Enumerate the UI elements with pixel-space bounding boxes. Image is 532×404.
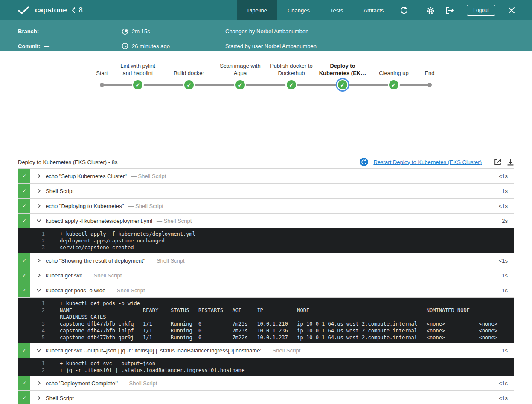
step-success-bar: ✓ <box>18 268 30 283</box>
open-external-icon[interactable] <box>494 158 502 166</box>
step-list: ✓echo "Setup Kubernetes Cluster"— Shell … <box>18 168 514 404</box>
clock-icon <box>122 43 128 49</box>
step-duration: <1s <box>499 173 508 179</box>
commit-value: — <box>44 43 49 49</box>
selected-stage-title: Deploy to Kubernetes (EKS Cluster) - 8s <box>18 159 117 165</box>
logout-button[interactable]: Logout <box>467 5 495 16</box>
node-label: Lint with pylintand hadolint <box>120 61 155 77</box>
run-number: 8 <box>79 6 83 14</box>
header-tabs: PipelineChangesTestsArtifacts <box>237 0 394 20</box>
expand-chevron-icon[interactable] <box>36 395 41 401</box>
download-log-icon[interactable] <box>507 159 514 166</box>
line-text: + kubectl get svc --output=json <box>60 360 510 367</box>
step-label: echo "Showing the result of deployment" <box>46 257 145 264</box>
steps-header: Deploy to Kubernetes (EKS Cluster) - 8s … <box>0 156 532 168</box>
console-output: 1+ kubectl get pods -o wide2NAME READY S… <box>18 298 514 343</box>
step-success-bar: ✓ <box>18 391 30 404</box>
step-success-bar: ✓ <box>18 376 30 390</box>
line-text: service/capstone created <box>60 244 510 251</box>
step-row[interactable]: ✓Shell Script<1s <box>18 391 514 404</box>
line-number: 1 <box>18 360 45 367</box>
step-success-bar: ✓ <box>18 343 30 358</box>
expand-chevron-icon[interactable] <box>36 203 41 208</box>
step-row[interactable]: ✓kubectl apply -f kubernetes/deployment.… <box>18 214 514 228</box>
step-label: kubectl get svc --output=json | jq -r '.… <box>46 347 261 354</box>
top-bar: capstone 8 PipelineChangesTestsArtifacts… <box>0 0 532 20</box>
step-row[interactable]: ✓Shell Script1s <box>18 184 514 199</box>
console-line: 5capstone-dfb477bfb-qpr9j 1/1 Running 0 … <box>18 334 510 341</box>
console-line: 2NAME READY STATUS RESTARTS AGE IP NODE … <box>18 307 510 320</box>
changes-by: Changes by Norbel Ambanumben <box>225 26 532 37</box>
collapse-chevron-icon[interactable] <box>36 348 41 353</box>
step-row[interactable]: ✓echo "Deploying to Kubernetes"— Shell S… <box>18 199 514 214</box>
line-number: 4 <box>18 327 45 334</box>
step-row[interactable]: ✓kubectl get svc --output=json | jq -r '… <box>18 343 514 358</box>
collapse-chevron-icon[interactable] <box>36 288 41 293</box>
step-label: kubectl get pods -o wide <box>46 287 105 294</box>
elapsed-info: 26 minutes ago <box>122 41 225 52</box>
step-row[interactable]: ✓echo "Setup Kubernetes Cluster"— Shell … <box>18 169 514 184</box>
restart-stage-link[interactable]: Restart Deploy to Kubernetes (EKS Cluste… <box>373 159 482 165</box>
step-row[interactable]: ✓echo "Showing the result of deployment"… <box>18 253 514 268</box>
step-duration: 1s <box>502 347 508 354</box>
success-check-circle[interactable]: ✓ <box>287 80 296 89</box>
step-type: — Shell Script <box>131 173 166 179</box>
rerun-icon[interactable] <box>400 6 408 14</box>
line-number: 3 <box>18 320 45 327</box>
expand-chevron-icon[interactable] <box>36 273 41 278</box>
duration-icon <box>122 28 128 35</box>
console-line: 2deployment.apps/capstone unchanged <box>18 237 510 244</box>
back-chevron-icon[interactable] <box>71 7 76 14</box>
line-text: + jq -r .items[0] | .status.loadBalancer… <box>60 367 510 374</box>
status-check-icon <box>18 6 29 14</box>
tab-pipeline[interactable]: Pipeline <box>237 0 277 20</box>
expand-chevron-icon[interactable] <box>36 381 41 386</box>
step-duration: 1s <box>502 287 508 294</box>
exit-icon[interactable] <box>445 6 454 14</box>
step-row[interactable]: ✓echo 'Deployment Complete!'— Shell Scri… <box>18 376 514 391</box>
expand-chevron-icon[interactable] <box>36 188 41 193</box>
success-check-circle[interactable]: ✓ <box>338 80 347 89</box>
console-line: 1+ kubectl get pods -o wide <box>18 300 510 307</box>
success-check-circle[interactable]: ✓ <box>235 80 245 89</box>
console-line: 3capstone-dfb477bfb-cnkfq 1/1 Running 0 … <box>18 320 510 327</box>
step-duration: <1s <box>499 203 508 209</box>
run-breadcrumb: capstone 8 <box>18 6 83 14</box>
step-success-bar: ✓ <box>18 199 30 213</box>
line-text: + kubectl apply -f kubernetes/deployment… <box>60 231 510 237</box>
close-icon[interactable] <box>508 7 515 14</box>
line-text: NAME READY STATUS RESTARTS AGE IP NODE N… <box>60 307 510 320</box>
step-row[interactable]: ✓kubectl get svc— Shell Script1s <box>18 268 514 283</box>
step-duration: 1s <box>502 188 508 194</box>
console-output: 1+ kubectl get svc --output=json2+ jq -r… <box>18 358 514 376</box>
step-success-bar: ✓ <box>18 169 30 183</box>
tab-artifacts[interactable]: Artifacts <box>353 0 394 20</box>
restart-circle-icon[interactable] <box>360 158 368 166</box>
console-line: 1+ kubectl apply -f kubernetes/deploymen… <box>18 231 510 237</box>
success-check-circle[interactable]: ✓ <box>184 80 194 89</box>
settings-gear-icon[interactable] <box>426 6 435 15</box>
elapsed-value: 26 minutes ago <box>132 43 170 49</box>
pipeline-title[interactable]: capstone <box>35 6 67 14</box>
success-check-circle[interactable]: ✓ <box>133 80 142 89</box>
line-number: 3 <box>18 244 45 251</box>
console-output: 1+ kubectl apply -f kubernetes/deploymen… <box>18 228 514 253</box>
duration-info: 2m 15s <box>122 26 225 37</box>
tab-changes[interactable]: Changes <box>277 0 320 20</box>
step-label: Shell Script <box>46 188 74 194</box>
step-label: kubectl get svc <box>46 272 82 279</box>
line-text: capstone-dfb477bfb-cnkfq 1/1 Running 0 7… <box>60 320 510 327</box>
expand-chevron-icon[interactable] <box>36 173 41 179</box>
expand-chevron-icon[interactable] <box>36 258 41 263</box>
line-number: 5 <box>18 334 45 341</box>
step-success-bar: ✓ <box>18 214 30 228</box>
step-row[interactable]: ✓kubectl get pods -o wide— Shell Script1… <box>18 283 514 298</box>
step-duration: <1s <box>499 257 508 264</box>
step-label: echo "Setup Kubernetes Cluster" <box>46 173 127 179</box>
tab-tests[interactable]: Tests <box>320 0 353 20</box>
line-number: 1 <box>18 300 45 307</box>
line-text: capstone-dfb477bfb-qpr9j 1/1 Running 0 7… <box>60 334 510 341</box>
line-number: 2 <box>18 237 45 244</box>
collapse-chevron-icon[interactable] <box>36 218 41 223</box>
console-line: 1+ kubectl get svc --output=json <box>18 360 510 367</box>
